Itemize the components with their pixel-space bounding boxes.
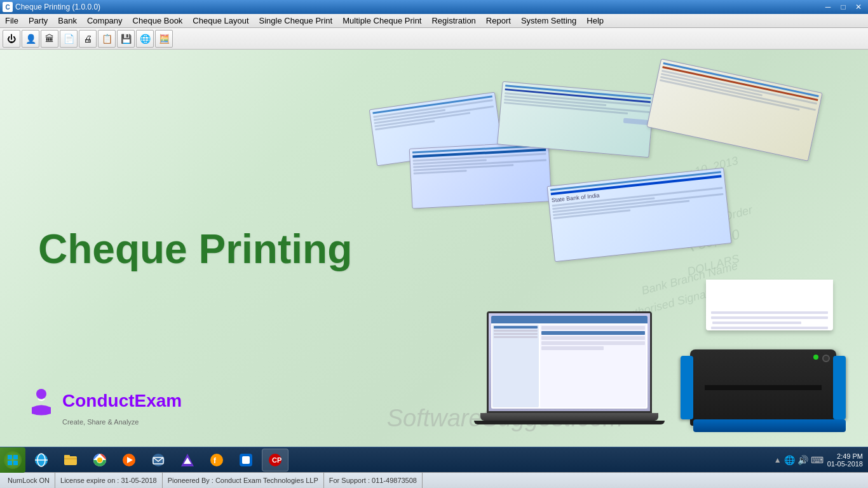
logo-text: ConductExam xyxy=(62,391,182,411)
support-status: For Support : 011-49873508 xyxy=(324,473,423,488)
taskbar-app8-button[interactable] xyxy=(233,449,259,471)
menu-registration[interactable]: Registration xyxy=(426,14,480,27)
toolbar-doc-button[interactable]: 📄 xyxy=(60,30,78,48)
menu-multiple-cheque-print[interactable]: Multiple Cheque Print xyxy=(337,14,426,27)
toolbar-bank-button[interactable]: 🏛 xyxy=(41,30,58,48)
toolbar: ⏻ 👤 🏛 📄 🖨 📋 💾 🌐 🧮 xyxy=(0,28,868,50)
cheque-card-4 xyxy=(409,141,552,208)
taskbar-clock[interactable]: 2:49 PM 01-05-2018 xyxy=(827,452,863,468)
windows-start-icon xyxy=(4,451,22,469)
cheque-card-2 xyxy=(497,81,654,158)
taskbar-time: 2:49 PM xyxy=(827,452,863,460)
conduct-exam-logo: ConductExam Create, Share & Analyze xyxy=(25,385,182,426)
pioneered-status: Pioneered By : Conduct Exam Technologies… xyxy=(163,473,324,488)
window-title: Cheque Printing (1.0.0.0) xyxy=(15,3,100,11)
wm-dollars: DOLLARS xyxy=(686,252,741,279)
start-button[interactable] xyxy=(0,447,25,473)
menu-report[interactable]: Report xyxy=(481,14,516,27)
license-status: License expire on : 31-05-2018 xyxy=(55,473,163,488)
cheque-card-3 xyxy=(646,58,822,161)
svg-rect-22 xyxy=(242,456,250,464)
svg-point-0 xyxy=(36,389,46,399)
menu-bar: File Party Bank Company Cheque Book Cheq… xyxy=(0,14,868,28)
taskbar-ie-button[interactable] xyxy=(28,449,55,471)
svg-rect-4 xyxy=(13,461,18,465)
svg-point-12 xyxy=(97,458,102,463)
taskbar-date: 01-05-2018 xyxy=(827,460,863,468)
menu-party[interactable]: Party xyxy=(24,14,53,27)
minimize-button[interactable]: ─ xyxy=(821,1,835,13)
toolbar-power-button[interactable]: ⏻ xyxy=(3,30,20,48)
taskbar-keyboard-icon: ⌨ xyxy=(811,455,824,465)
taskbar-chrome-button[interactable] xyxy=(86,449,113,471)
status-bar: NumLock ON License expire on : 31-05-201… xyxy=(0,472,868,488)
taskbar-notifications: ▲ 🌐 🔊 ⌨ xyxy=(774,455,824,465)
printer-illustration xyxy=(690,299,849,445)
taskbar-network-icon: 🌐 xyxy=(784,455,795,465)
taskbar-mail-button[interactable] xyxy=(145,449,172,471)
taskbar-app7-button[interactable]: f xyxy=(203,449,230,471)
menu-system-setting[interactable]: System Setting xyxy=(516,14,581,27)
taskbar-media-button[interactable] xyxy=(116,449,142,471)
conduct-exam-logo-icon xyxy=(25,385,57,417)
taskbar-chequeprint-button[interactable]: CP xyxy=(262,449,288,471)
toolbar-save-button[interactable]: 💾 xyxy=(117,30,135,48)
menu-company[interactable]: Company xyxy=(82,14,128,27)
menu-bank[interactable]: Bank xyxy=(53,14,82,27)
cheque-card-5: State Bank of India xyxy=(546,168,731,262)
main-content: Cheque No Client No January 10, 2013 Pay… xyxy=(0,50,868,458)
svg-rect-8 xyxy=(64,456,77,465)
svg-point-15 xyxy=(152,454,165,466)
app-icon: C xyxy=(3,2,13,12)
menu-cheque-book[interactable]: Cheque Book xyxy=(128,14,188,27)
logo-tagline: Create, Share & Analyze xyxy=(62,418,182,426)
svg-rect-1 xyxy=(8,455,12,459)
svg-rect-3 xyxy=(8,461,12,465)
numlock-status: NumLock ON xyxy=(3,473,55,488)
menu-cheque-layout[interactable]: Cheque Layout xyxy=(187,14,254,27)
menu-file[interactable]: File xyxy=(0,14,24,27)
toolbar-clipboard-button[interactable]: 📋 xyxy=(98,30,116,48)
svg-rect-2 xyxy=(13,455,18,459)
taskbar-apps: f CP xyxy=(25,449,769,471)
taskbar: f CP ▲ 🌐 🔊 ⌨ 2:49 PM xyxy=(0,447,868,472)
maximize-button[interactable]: □ xyxy=(836,1,850,13)
toolbar-calc-button[interactable]: 🧮 xyxy=(155,30,173,48)
svg-text:CP: CP xyxy=(272,456,281,464)
logo-text-conduct: Conduct xyxy=(62,391,135,410)
toolbar-print-button[interactable]: 🖨 xyxy=(79,30,97,48)
taskbar-right: ▲ 🌐 🔊 ⌨ 2:49 PM 01-05-2018 xyxy=(769,452,868,468)
menu-help[interactable]: Help xyxy=(581,14,609,27)
toolbar-web-button[interactable]: 🌐 xyxy=(136,30,154,48)
close-button[interactable]: ✕ xyxy=(851,1,865,13)
svg-point-19 xyxy=(210,454,223,466)
laptop-illustration xyxy=(487,311,690,438)
taskbar-volume-icon: 🔊 xyxy=(797,455,808,465)
toolbar-user-button[interactable]: 👤 xyxy=(22,30,39,48)
title-bar: C Cheque Printing (1.0.0.0) ─ □ ✕ xyxy=(0,0,868,14)
svg-rect-9 xyxy=(64,455,70,458)
menu-single-cheque-print[interactable]: Single Cheque Print xyxy=(254,14,338,27)
taskbar-app6-button[interactable] xyxy=(174,449,201,471)
taskbar-notif-icon1: ▲ xyxy=(774,456,782,464)
app-main-title: Cheque Printing xyxy=(38,226,352,273)
logo-text-exam: Exam xyxy=(135,391,182,410)
taskbar-explorer-button[interactable] xyxy=(57,449,84,471)
